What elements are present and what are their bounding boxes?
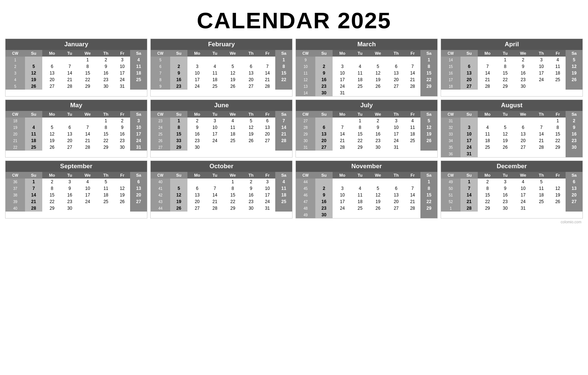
day-cell	[352, 57, 368, 63]
cw-cell: 9	[151, 83, 170, 90]
cw-cell: 25	[151, 131, 170, 137]
day-cell	[207, 144, 223, 151]
day-cell: 8	[420, 185, 437, 192]
day-cell: 28	[405, 83, 421, 90]
day-cell: 6	[130, 179, 147, 185]
day-cell: 25	[223, 137, 243, 144]
day-cell: 23	[368, 137, 388, 144]
day-cell: 9	[566, 124, 582, 131]
day-cell: 27	[187, 205, 207, 212]
day-cell: 31	[114, 83, 130, 90]
day-cell: 27	[513, 144, 533, 151]
cw-cell: 14	[441, 57, 460, 63]
cw-cell: 24	[151, 124, 170, 131]
day-cell: 12	[114, 185, 130, 192]
month-block-february: FebruaryCWSuMoTuWeThFrSa5162345678791011…	[150, 39, 293, 97]
day-cell: 8	[42, 185, 62, 192]
cw-cell: 6	[151, 63, 170, 70]
day-cell	[405, 90, 421, 96]
cw-cell: 34	[441, 137, 460, 144]
day-cell: 25	[550, 76, 566, 83]
day-cell: 29	[420, 83, 437, 90]
cw-cell: 20	[6, 131, 25, 137]
day-cell: 30	[97, 83, 114, 90]
cw-cell: 5	[6, 83, 25, 90]
day-cell	[62, 57, 78, 63]
day-cell: 2	[97, 57, 114, 63]
day-cell: 7	[207, 185, 223, 192]
day-cell: 12	[550, 185, 566, 192]
day-cell: 29	[497, 83, 513, 90]
day-cell: 21	[78, 137, 97, 144]
day-cell: 29	[420, 205, 437, 212]
day-cell	[566, 205, 582, 212]
day-cell: 20	[187, 198, 207, 205]
day-cell: 30	[114, 144, 130, 151]
day-cell	[550, 151, 566, 157]
day-cell: 7	[478, 63, 497, 70]
day-cell: 22	[420, 198, 437, 205]
day-cell: 4	[25, 124, 42, 131]
day-cell: 8	[170, 124, 187, 131]
day-cell: 27	[315, 144, 333, 151]
day-cell: 4	[207, 63, 223, 70]
month-block-september: SeptemberCWSuMoTuWeThFrSa361234563778910…	[5, 161, 147, 219]
day-cell: 30	[315, 212, 333, 218]
day-cell	[497, 151, 513, 157]
day-cell: 28	[25, 205, 42, 212]
day-cell: 23	[62, 198, 78, 205]
day-cell	[497, 118, 513, 124]
day-cell: 11	[352, 70, 368, 76]
day-cell: 29	[78, 83, 97, 90]
day-cell: 9	[187, 124, 207, 131]
day-cell	[275, 205, 292, 212]
day-cell: 22	[275, 76, 292, 83]
cw-cell: 10	[296, 63, 315, 70]
day-cell: 28	[207, 205, 223, 212]
day-cell: 12	[223, 70, 243, 76]
day-cell: 1	[460, 179, 478, 185]
day-cell	[207, 179, 223, 185]
day-cell	[170, 179, 187, 185]
month-title: August	[441, 100, 582, 111]
day-cell: 3	[130, 118, 147, 124]
day-cell: 1	[78, 57, 97, 63]
day-cell: 27	[388, 205, 405, 212]
day-cell: 23	[97, 76, 114, 83]
day-cell: 30	[513, 83, 533, 90]
day-cell: 5	[25, 63, 42, 70]
day-cell: 29	[97, 144, 114, 151]
day-cell	[368, 57, 388, 63]
day-cell: 10	[333, 70, 352, 76]
day-cell: 24	[533, 76, 550, 83]
day-cell: 17	[207, 131, 223, 137]
day-cell	[130, 205, 147, 212]
day-cell: 11	[275, 185, 292, 192]
day-cell: 19	[170, 198, 187, 205]
day-cell: 18	[352, 76, 368, 83]
day-cell: 25	[478, 144, 497, 151]
day-cell	[259, 57, 276, 63]
day-cell: 23	[566, 137, 582, 144]
day-cell: 6	[243, 63, 259, 70]
day-cell: 1	[25, 179, 42, 185]
day-cell: 13	[315, 131, 333, 137]
day-cell	[405, 144, 421, 151]
day-cell: 30	[62, 205, 78, 212]
day-cell: 2	[315, 63, 333, 70]
day-cell: 17	[78, 192, 97, 198]
calendar-grid: JanuaryCWSuMoTuWeThFrSa11234256789101131…	[4, 39, 584, 219]
day-cell	[420, 90, 437, 96]
day-cell: 25	[207, 83, 223, 90]
cw-cell: 30	[296, 137, 315, 144]
day-cell: 10	[533, 63, 550, 70]
month-block-april: AprilCWSuMoTuWeThFrSa1412345156789101112…	[441, 39, 583, 97]
day-cell: 23	[114, 137, 130, 144]
day-cell: 24	[207, 137, 223, 144]
day-cell: 1	[420, 57, 437, 63]
day-cell: 14	[405, 192, 421, 198]
day-cell: 8	[352, 124, 368, 131]
day-cell: 28	[478, 83, 497, 90]
day-cell: 20	[315, 137, 333, 144]
day-cell: 1	[223, 179, 243, 185]
